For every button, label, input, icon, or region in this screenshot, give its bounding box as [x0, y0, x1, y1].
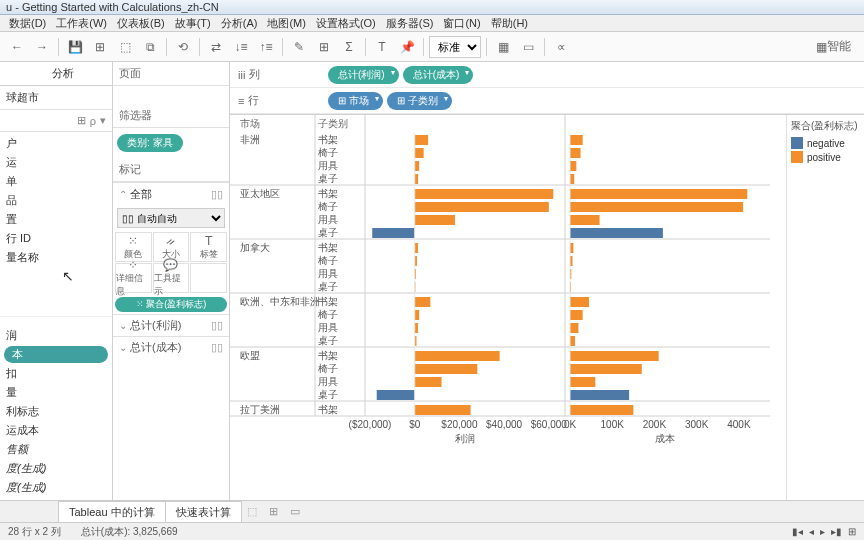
measure-field[interactable]: 润 — [0, 326, 112, 345]
status-nav-icon[interactable]: ▸▮ — [831, 526, 842, 537]
new-dashboard-icon[interactable]: ⊞ — [263, 502, 284, 521]
menu-worksheet[interactable]: 工作表(W) — [51, 15, 112, 31]
show-me-button[interactable]: ▦ 智能 — [809, 36, 858, 58]
menu-format[interactable]: 设置格式(O) — [311, 15, 381, 31]
datasource-name[interactable]: 球超市 — [6, 90, 39, 105]
dropdown-icon[interactable]: ▾ — [100, 114, 106, 127]
color-legend[interactable]: 聚合(盈利标志) negative positive — [786, 115, 864, 507]
dimension-field[interactable]: 户 — [0, 134, 112, 153]
marks-type-select[interactable]: ▯▯ 自动自动 — [117, 208, 225, 228]
sort-asc-icon[interactable]: ↓≡ — [230, 36, 252, 58]
bar-icon: ▯▯ — [211, 188, 223, 201]
new-worksheet-icon[interactable]: ⬚ — [241, 502, 263, 521]
svg-text:成本: 成本 — [655, 433, 675, 444]
highlight-icon[interactable]: ✎ — [288, 36, 310, 58]
measure-field[interactable]: 度(生成) — [0, 459, 112, 478]
sort-desc-icon[interactable]: ↑≡ — [255, 36, 277, 58]
svg-rect-25 — [570, 215, 600, 225]
svg-text:200K: 200K — [643, 419, 667, 430]
measure-field[interactable]: 本 — [4, 346, 108, 363]
dimension-field[interactable]: 运 — [0, 153, 112, 172]
svg-text:市场: 市场 — [240, 118, 260, 129]
totals-icon[interactable]: Σ — [338, 36, 360, 58]
svg-rect-19 — [570, 189, 747, 199]
dimension-field[interactable]: 单 — [0, 172, 112, 191]
svg-text:椅子: 椅子 — [318, 309, 338, 320]
marks-detail[interactable]: ⁘详细信息 — [115, 263, 152, 293]
labels-icon[interactable]: T — [371, 36, 393, 58]
marks-color-pill[interactable]: ⁙ 聚合(盈利标志) — [115, 297, 227, 312]
search-icon[interactable]: ρ — [90, 115, 96, 127]
menu-map[interactable]: 地图(M) — [262, 15, 311, 31]
fit-select[interactable]: 标准 — [429, 36, 481, 58]
group-icon[interactable]: ⊞ — [313, 36, 335, 58]
marks-label[interactable]: T标签 — [190, 232, 227, 262]
analysis-tab[interactable]: 分析 — [44, 63, 82, 84]
measure-field[interactable]: 扣 — [0, 364, 112, 383]
col-pill-cost[interactable]: 总计(成本) — [403, 66, 474, 84]
status-nav-icon[interactable]: ◂ — [809, 526, 814, 537]
tab-calc[interactable]: Tableau 中的计算 — [58, 501, 166, 523]
dimension-field[interactable]: 量名称 — [0, 248, 112, 267]
showme-icon[interactable]: ▦ — [492, 36, 514, 58]
svg-rect-49 — [415, 310, 419, 320]
viz-area: iii列 总计(利润) 总计(成本) ≡行 ⊞ 市场 ⊞ 子类别 市场子类别非洲… — [230, 62, 864, 507]
svg-rect-63 — [415, 364, 478, 374]
status-nav-icon[interactable]: ▮◂ — [792, 526, 803, 537]
menu-story[interactable]: 故事(T) — [170, 15, 216, 31]
svg-text:0K: 0K — [564, 419, 577, 430]
col-pill-profit[interactable]: 总计(利润) — [328, 66, 399, 84]
present-icon[interactable]: ▭ — [517, 36, 539, 58]
row-pill-market[interactable]: ⊞ 市场 — [328, 92, 383, 110]
new-story-icon[interactable]: ▭ — [284, 502, 306, 521]
marks-tooltip[interactable]: 💬工具提示 — [153, 263, 190, 293]
clear-icon[interactable]: ⟲ — [172, 36, 194, 58]
share-icon[interactable]: ∝ — [550, 36, 572, 58]
svg-rect-52 — [415, 323, 418, 333]
axis-profit-label[interactable]: 总计(利润) — [130, 319, 181, 331]
cards-pane: 页面 筛选器 类别: 家具 标记 ⌃ 全部▯▯ ▯▯ 自动自动 ⁙颜色 ᨀ大小 … — [113, 62, 230, 507]
measure-field[interactable]: 运成本 — [0, 421, 112, 440]
menu-help[interactable]: 帮助(H) — [486, 15, 533, 31]
svg-text:非洲: 非洲 — [240, 134, 260, 145]
filter-pill[interactable]: 类别: 家具 — [117, 134, 183, 152]
measure-field[interactable]: 利标志 — [0, 402, 112, 421]
menu-analysis[interactable]: 分析(A) — [216, 15, 263, 31]
chart-canvas[interactable]: 市场子类别非洲书架椅子用具桌子亚太地区书架椅子用具桌子加拿大书架椅子用具桌子欧洲… — [230, 115, 786, 507]
view-icon[interactable]: ⊞ — [77, 114, 86, 127]
pin-icon[interactable]: 📌 — [396, 36, 418, 58]
new-datasource-icon[interactable]: ⊞ — [89, 36, 111, 58]
dimension-field[interactable]: 行 ID — [0, 229, 112, 248]
menu-server[interactable]: 服务器(S) — [381, 15, 439, 31]
save-icon[interactable]: 💾 — [64, 36, 86, 58]
svg-text:$40,000: $40,000 — [486, 419, 523, 430]
axis-cost-label[interactable]: 总计(成本) — [130, 341, 181, 353]
svg-rect-14 — [570, 174, 574, 184]
status-grid-icon[interactable]: ⊞ — [848, 526, 856, 537]
svg-text:桌子: 桌子 — [318, 389, 338, 400]
tab-quick[interactable]: 快速表计算 — [165, 501, 242, 523]
swap-icon[interactable]: ⇄ — [205, 36, 227, 58]
menu-data[interactable]: 数据(D) — [4, 15, 51, 31]
row-pill-subcat[interactable]: ⊞ 子类别 — [387, 92, 452, 110]
dimension-field[interactable]: 置 — [0, 210, 112, 229]
svg-rect-69 — [377, 390, 415, 400]
legend-title: 聚合(盈利标志) — [791, 119, 860, 133]
svg-rect-32 — [415, 243, 418, 253]
marks-all-label[interactable]: 全部 — [130, 188, 152, 200]
menu-dashboard[interactable]: 仪表板(B) — [112, 15, 170, 31]
duplicate-icon[interactable]: ⧉ — [139, 36, 161, 58]
back-icon[interactable]: ← — [6, 36, 28, 58]
status-nav-icon[interactable]: ▸ — [820, 526, 825, 537]
filters-shelf-label: 筛选器 — [119, 108, 152, 123]
measure-field[interactable]: 度(生成) — [0, 478, 112, 497]
menu-window[interactable]: 窗口(N) — [438, 15, 485, 31]
svg-text:书架: 书架 — [318, 296, 338, 307]
new-sheet-icon[interactable]: ⬚ — [114, 36, 136, 58]
forward-icon[interactable]: → — [31, 36, 53, 58]
measure-field[interactable]: 量 — [0, 383, 112, 402]
svg-text:桌子: 桌子 — [318, 335, 338, 346]
dimension-field[interactable]: 品 — [0, 191, 112, 210]
svg-rect-33 — [570, 243, 573, 253]
measure-field[interactable]: 售额 — [0, 440, 112, 459]
